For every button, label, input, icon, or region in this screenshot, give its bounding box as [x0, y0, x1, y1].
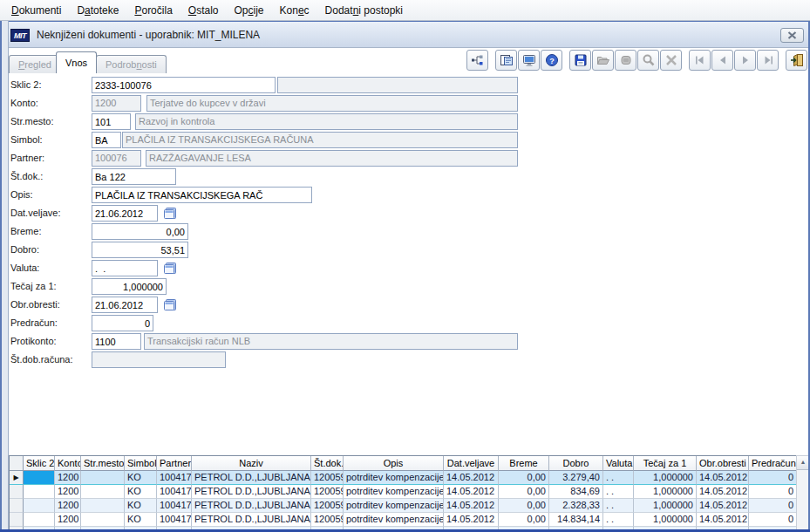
table-cell[interactable]: 14.05.2012 — [444, 499, 499, 513]
protikonto-input[interactable] — [92, 333, 141, 350]
close-button[interactable] — [780, 28, 804, 43]
column-header[interactable]: Simbol — [125, 456, 157, 471]
table-cell[interactable] — [24, 513, 55, 527]
table-cell[interactable]: . . — [603, 485, 634, 499]
table-cell[interactable]: 2.328,33 — [549, 499, 603, 513]
delete-button[interactable] — [660, 50, 682, 71]
table-cell[interactable] — [81, 513, 125, 527]
valuta-calendar-button[interactable] — [162, 261, 178, 276]
help-button[interactable]: ? — [541, 50, 562, 71]
table-row[interactable]: 1200KO100417PETROL D.D.,LJUBLJANA120059p… — [10, 485, 797, 499]
column-header[interactable]: Obr.obresti — [697, 456, 749, 471]
table-row[interactable]: 1200KO100417PETROL D.D.,LJUBLJANA120059p… — [10, 499, 797, 513]
column-header[interactable]: Sklic 2 — [24, 456, 55, 471]
opis-input[interactable] — [92, 187, 312, 203]
tab-vnos[interactable]: Vnos — [56, 51, 97, 73]
table-cell[interactable]: 120059 — [311, 513, 344, 527]
column-header[interactable]: Št.dok. — [311, 456, 344, 471]
table-cell[interactable]: PETROL D.D.,LJUBLJANA — [192, 499, 311, 513]
predracun-input[interactable] — [92, 315, 153, 331]
last-record-button[interactable] — [757, 50, 779, 71]
table-cell[interactable]: 120059 — [311, 499, 344, 513]
column-header[interactable]: Naziv — [192, 456, 311, 471]
menu-ostalo[interactable]: Ostalo — [180, 3, 227, 18]
simbol-input[interactable] — [92, 132, 121, 148]
table-cell[interactable]: 14.05.2012 — [444, 513, 499, 527]
table-cell[interactable]: 0,00 — [499, 513, 549, 527]
table-cell[interactable]: 0,00 — [499, 471, 549, 485]
row-selector[interactable] — [10, 513, 24, 527]
menu-opcije[interactable]: Opcije — [227, 3, 272, 18]
obrobresti-input[interactable] — [92, 297, 158, 313]
menu-dokumenti[interactable]: Dokumenti — [3, 3, 69, 18]
column-header[interactable]: Valuta — [603, 456, 634, 471]
table-cell[interactable]: potrditev kompenzacije — [344, 471, 444, 485]
table-cell[interactable]: PETROL D.D.,LJUBLJANA — [192, 471, 311, 485]
row-selector[interactable] — [10, 499, 24, 513]
table-cell[interactable]: 14.05.2012 — [697, 471, 749, 485]
stdok-input[interactable] — [92, 168, 176, 185]
table-cell[interactable]: 14.05.2012 — [444, 485, 499, 499]
column-header[interactable]: Dobro — [549, 456, 603, 471]
column-header[interactable]: Opis — [344, 456, 444, 471]
sklic2-input[interactable] — [92, 77, 276, 93]
table-cell[interactable]: 0,00 — [499, 485, 549, 499]
breme-input[interactable] — [92, 223, 188, 240]
table-cell[interactable]: 1200 — [55, 471, 81, 485]
transfer-structure-button[interactable] — [466, 50, 488, 71]
table-cell[interactable] — [24, 471, 55, 485]
tecaj-input[interactable] — [92, 278, 167, 295]
column-header[interactable]: Partner — [157, 456, 192, 471]
table-cell[interactable]: potrditev kompenzacije — [344, 513, 444, 527]
next-record-button[interactable] — [734, 50, 756, 71]
menu-dodatni-postopki[interactable]: Dodatni postopki — [317, 3, 411, 18]
row-selector[interactable] — [10, 485, 24, 499]
datveljave-calendar-button[interactable] — [162, 206, 178, 221]
table-cell[interactable]: 14.834,14 — [549, 513, 603, 527]
column-header[interactable]: Predračun — [749, 456, 797, 471]
table-cell[interactable]: KO — [125, 513, 157, 527]
menu-datoteke[interactable]: Datoteke — [69, 3, 126, 18]
table-cell[interactable]: 120059 — [311, 471, 344, 485]
table-cell[interactable]: KO — [125, 485, 157, 499]
table-cell[interactable]: 1200 — [55, 499, 81, 513]
table-cell[interactable]: 14.05.2012 — [444, 471, 499, 485]
previous-record-button[interactable] — [711, 50, 733, 71]
table-cell[interactable] — [24, 499, 55, 513]
table-cell[interactable]: 1,000000 — [634, 471, 697, 485]
table-cell[interactable]: 1,000000 — [634, 513, 697, 527]
table-cell[interactable]: . . — [603, 471, 634, 485]
table-cell[interactable]: 1200 — [55, 513, 81, 527]
table-cell[interactable] — [24, 485, 55, 499]
table-cell[interactable]: 834,69 — [549, 485, 603, 499]
tab-podrobnosti[interactable]: Podrobnosti — [96, 55, 167, 73]
table-cell[interactable]: 0,00 — [499, 499, 549, 513]
table-cell[interactable] — [81, 471, 125, 485]
column-header[interactable]: Str.mesto — [81, 456, 125, 471]
table-cell[interactable]: 1200 — [55, 485, 81, 499]
table-cell[interactable]: 14.05.2012 — [697, 499, 749, 513]
column-header[interactable]: Breme — [499, 456, 549, 471]
open-folder-button[interactable] — [592, 50, 614, 71]
table-cell[interactable]: potrditev kompenzacije — [344, 499, 444, 513]
column-header[interactable]: Dat.veljave — [444, 456, 499, 471]
table-cell[interactable]: PETROL D.D.,LJUBLJANA — [192, 485, 311, 499]
table-cell[interactable]: KO — [125, 471, 157, 485]
table-cell[interactable]: 100417 — [157, 471, 192, 485]
table-cell[interactable]: 100417 — [157, 513, 192, 527]
scroll-up-button[interactable]: ▲ — [797, 456, 809, 470]
column-header[interactable]: Konto — [55, 456, 81, 471]
table-cell[interactable]: 0 — [749, 513, 797, 527]
table-row[interactable]: 1200KO100417PETROL D.D.,LJUBLJANA120059p… — [10, 513, 797, 527]
dobro-input[interactable] — [92, 242, 188, 258]
valuta-input[interactable] — [92, 260, 158, 276]
table-cell[interactable]: KO — [125, 499, 157, 513]
documents-table[interactable]: Sklic 2KontoStr.mestoSimbolPartnerNazivŠ… — [9, 455, 797, 532]
table-cell[interactable] — [81, 499, 125, 513]
first-record-button[interactable] — [689, 50, 711, 71]
datveljave-input[interactable] — [92, 205, 158, 222]
table-row[interactable]: ▶1200KO100417PETROL D.D.,LJUBLJANA120059… — [10, 471, 797, 485]
table-cell[interactable]: 0 — [749, 485, 797, 499]
column-header[interactable]: Tečaj za 1 — [634, 456, 697, 471]
save-button[interactable] — [569, 50, 591, 71]
